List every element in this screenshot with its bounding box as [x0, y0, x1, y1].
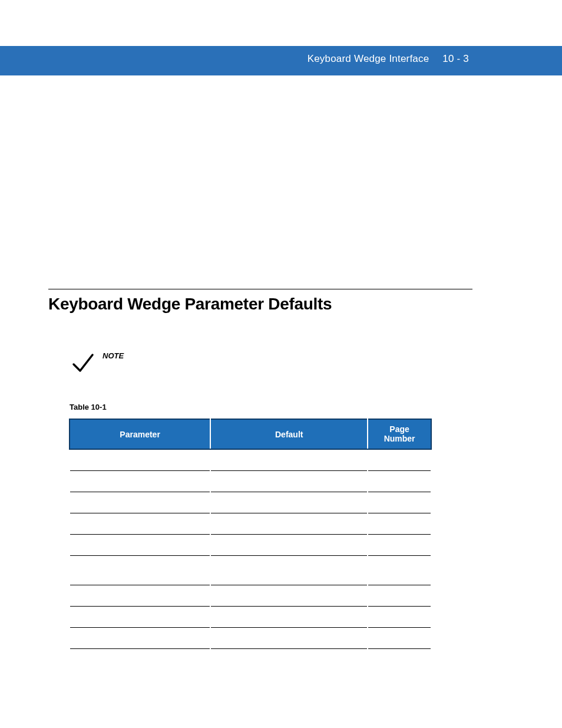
table-row: [70, 534, 431, 555]
section-rule: [48, 289, 472, 289]
table-caption: Table 10-1: [70, 403, 107, 411]
section-heading: Keyboard Wedge Parameter Defaults: [48, 295, 332, 314]
column-header-default: Default: [210, 419, 368, 449]
page-header: Keyboard Wedge Interface 10 - 3: [308, 53, 469, 65]
cell-page-number: [368, 606, 431, 627]
cell-page-number: [368, 513, 431, 534]
note-block: NOTE: [71, 351, 124, 375]
cell-default: [210, 555, 368, 585]
cell-default: [210, 585, 368, 606]
table-row: [70, 449, 431, 470]
cell-default: [210, 492, 368, 513]
cell-default: [210, 513, 368, 534]
cell-default: [210, 534, 368, 555]
table-row: [70, 627, 431, 648]
table-row: [70, 585, 431, 606]
table-row: [70, 513, 431, 534]
cell-page-number: [368, 555, 431, 585]
column-header-parameter: Parameter: [70, 419, 210, 449]
checkmark-icon: [71, 351, 94, 375]
header-title: Keyboard Wedge Interface: [308, 53, 429, 64]
table-row: [70, 606, 431, 627]
note-label: NOTE: [103, 351, 124, 360]
cell-page-number: [368, 470, 431, 492]
cell-parameter: [70, 470, 210, 492]
table-row: [70, 492, 431, 513]
cell-page-number: [368, 627, 431, 648]
cell-default: [210, 470, 368, 492]
cell-parameter: [70, 585, 210, 606]
cell-page-number: [368, 449, 431, 470]
cell-parameter: [70, 513, 210, 534]
cell-default: [210, 606, 368, 627]
header-band: [0, 46, 562, 75]
cell-parameter: [70, 555, 210, 585]
cell-default: [210, 449, 368, 470]
page: Keyboard Wedge Interface 10 - 3 Keyboard…: [0, 0, 562, 728]
cell-default: [210, 627, 368, 648]
cell-parameter: [70, 449, 210, 470]
header-page-number: 10 - 3: [442, 53, 469, 64]
table-row: [70, 470, 431, 492]
column-header-page-number: Page Number: [368, 419, 431, 449]
cell-page-number: [368, 585, 431, 606]
column-header-page-line2: Number: [384, 434, 415, 443]
parameter-defaults-table: Parameter Default Page Number: [69, 419, 432, 649]
cell-parameter: [70, 534, 210, 555]
cell-parameter: [70, 606, 210, 627]
cell-page-number: [368, 534, 431, 555]
column-header-page-line1: Page: [389, 424, 409, 434]
cell-parameter: [70, 492, 210, 513]
table-header-row: Parameter Default Page Number: [70, 419, 431, 449]
table-row: [70, 555, 431, 585]
cell-parameter: [70, 627, 210, 648]
cell-page-number: [368, 492, 431, 513]
